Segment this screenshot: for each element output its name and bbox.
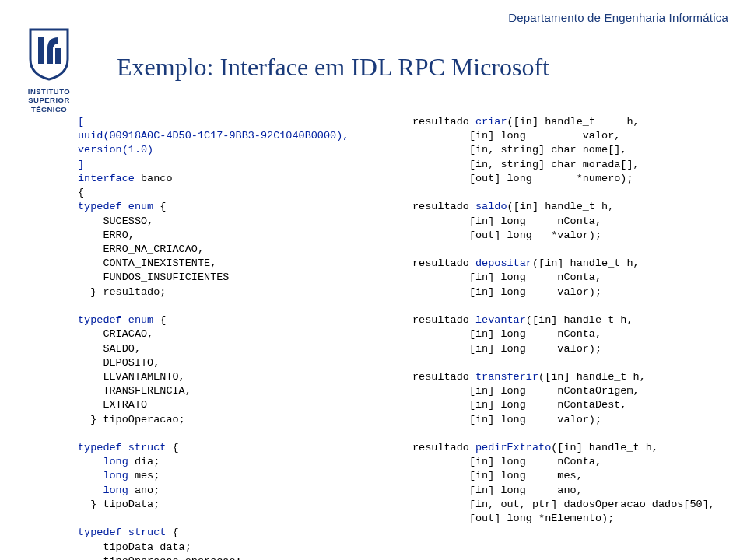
- code-text: [out] long *nElemento);: [412, 513, 614, 524]
- code-text: dia;: [128, 456, 160, 467]
- code-columns: [ uuid(00918A0C-4D50-1C17-9BB3-92C1040B0…: [78, 115, 724, 560]
- code-text: [in, string] char morada[],: [412, 159, 640, 170]
- code-text: TRANSFERENCIA,: [78, 385, 191, 397]
- logo-line2: SUPERIOR: [14, 96, 84, 104]
- code-text: version(1.0): [78, 144, 153, 156]
- code-text: mes;: [128, 470, 160, 481]
- code-text: typedef enum: [78, 314, 153, 326]
- code-text: [in] long valor,: [412, 130, 620, 142]
- code-text: tipoOperacao operacao;: [78, 555, 242, 560]
- code-text: long: [78, 470, 128, 481]
- code-text: [in] long nConta,: [412, 456, 601, 467]
- code-text: [in, string] char nome[],: [412, 144, 626, 156]
- code-text: {: [166, 442, 178, 453]
- code-text: resultado: [412, 442, 475, 453]
- code-text: long: [78, 456, 128, 467]
- code-text: [out] long *valor);: [412, 229, 601, 241]
- code-text: typedef enum: [78, 201, 153, 212]
- code-text: resultado: [412, 371, 475, 383]
- code-text: FUNDOS_INSUFICIENTES: [78, 271, 229, 283]
- logo-line1: INSTITUTO: [14, 87, 84, 96]
- code-text: typedef struct: [78, 442, 166, 453]
- code-text: levantar: [475, 314, 526, 326]
- code-text: {: [78, 187, 84, 198]
- code-text: transferir: [475, 371, 538, 383]
- code-text: [in] long valor);: [412, 286, 601, 298]
- svg-rect-0: [38, 37, 44, 64]
- dept-header: Departamento de Engenharia Informática: [508, 11, 728, 24]
- code-text: SUCESSO,: [78, 215, 153, 227]
- code-text: [in] long nConta,: [412, 271, 601, 283]
- code-text: {: [166, 527, 178, 538]
- code-text: CONTA_INEXISTENTE,: [78, 257, 216, 269]
- code-text: saldo: [475, 201, 507, 212]
- code-text: ([in] handle_t h,: [507, 201, 615, 212]
- code-text: ano;: [128, 485, 160, 496]
- code-text: [in] long valor);: [412, 343, 601, 355]
- code-text: [in] long ano,: [412, 485, 583, 496]
- code-text: {: [153, 314, 166, 326]
- code-text: ([in] handle_t h,: [551, 442, 658, 453]
- code-text: resultado: [412, 314, 475, 326]
- code-text: [: [78, 116, 84, 128]
- code-text: depositar: [475, 257, 532, 269]
- code-text: long: [78, 485, 128, 496]
- code-text: ERRO,: [78, 229, 135, 241]
- code-text: LEVANTAMENTO,: [78, 371, 185, 383]
- code-text: tipoData data;: [78, 541, 191, 553]
- code-text: ([in] handle_t h,: [532, 257, 640, 269]
- code-text: CRIACAO,: [78, 328, 153, 340]
- slide-title: Exemplo: Interface em IDL RPC Microsoft: [117, 53, 549, 82]
- code-text: SALDO,: [78, 343, 141, 355]
- code-text: } tipoOperacao;: [78, 414, 185, 425]
- logo-line3: TÉCNICO: [14, 105, 84, 114]
- svg-rect-1: [55, 48, 61, 64]
- code-text: ERRO_NA_CRIACAO,: [78, 243, 204, 255]
- code-text: pedirExtrato: [475, 442, 551, 453]
- code-text: resultado: [412, 116, 475, 128]
- code-text: criar: [475, 116, 507, 128]
- institution-logo: INSTITUTO SUPERIOR TÉCNICO: [14, 28, 84, 114]
- code-text: resultado: [412, 257, 475, 269]
- code-text: [in, out, ptr] dadosOperacao dados[50],: [412, 499, 715, 510]
- code-text: [in] long mes,: [412, 470, 583, 481]
- code-text: ]: [78, 159, 84, 170]
- code-text: typedef struct: [78, 527, 166, 538]
- code-text: ([in] handle_t h,: [526, 314, 633, 326]
- code-text: [in] long nContaDest,: [412, 399, 626, 411]
- code-right-column: resultado criar([in] handle_t h, [in] lo…: [412, 115, 724, 560]
- code-text: [out] long *numero);: [412, 173, 633, 184]
- code-text: ([in] handle_t h,: [538, 371, 646, 383]
- code-left-column: [ uuid(00918A0C-4D50-1C17-9BB3-92C1040B0…: [78, 115, 389, 560]
- code-text: [in] long nConta,: [412, 328, 601, 340]
- code-text: DEPOSITO,: [78, 357, 160, 369]
- code-text: [in] long nContaOrigem,: [412, 385, 640, 397]
- code-text: } resultado;: [78, 286, 166, 298]
- code-text: interface: [78, 173, 135, 184]
- code-text: {: [153, 201, 166, 212]
- shield-icon: [27, 28, 71, 81]
- code-text: EXTRATO: [78, 399, 147, 411]
- code-text: } tipoData;: [78, 499, 160, 510]
- code-text: ([in] handle_t h,: [507, 116, 640, 128]
- code-text: [in] long valor);: [412, 414, 601, 425]
- code-text: resultado: [412, 201, 475, 212]
- code-text: banco: [135, 173, 173, 184]
- code-text: [in] long nConta,: [412, 215, 601, 227]
- code-text: uuid(00918A0C-4D50-1C17-9BB3-92C1040B000…: [78, 130, 349, 142]
